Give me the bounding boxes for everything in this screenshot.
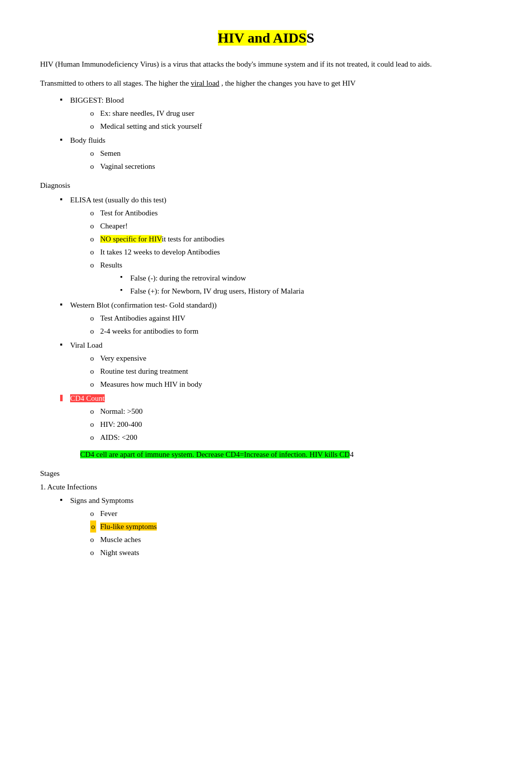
list-item-signs-symptoms: Signs and Symptoms Fever o Flu-like symp… bbox=[60, 494, 492, 559]
western-blot-label: Western Blot (confirmation test- Gold st… bbox=[70, 301, 216, 309]
list-item-12-weeks: It takes 12 weeks to develop Antibodies bbox=[90, 246, 492, 258]
list-item-false-negative: False (-): during the retroviral window bbox=[120, 272, 492, 284]
transmission-text-before: Transmitted to others to all stages. The… bbox=[40, 79, 191, 87]
list-item-muscle: Muscle aches bbox=[90, 534, 492, 546]
no-specific-highlight: NO specific for HIV bbox=[100, 235, 162, 243]
diagnosis-list: ELISA test (usually do this test) Test f… bbox=[40, 194, 492, 443]
elisa-sub-list: Test for Antibodies Cheaper! NO specific… bbox=[70, 207, 492, 297]
list-item-results: Results False (-): during the retroviral… bbox=[90, 259, 492, 297]
title-highlight: HIV and AIDS bbox=[218, 30, 307, 46]
list-item-measures: Measures how much HIV in body bbox=[90, 378, 492, 390]
cd4-sub-list: Normal: >500 HIV: 200-400 AIDS: <200 bbox=[70, 405, 492, 443]
flu-highlight: Flu-like symptoms bbox=[100, 523, 157, 531]
list-item-semen: Semen bbox=[90, 147, 492, 159]
list-item-no-specific: NO specific for HIVit tests for antibodi… bbox=[90, 233, 492, 245]
list-item-aids-range: AIDS: <200 bbox=[90, 431, 492, 443]
list-item-flu: o Flu-like symptoms bbox=[90, 520, 492, 533]
cd4-count-label: CD4 Count bbox=[70, 394, 105, 402]
list-item-cheaper: Cheaper! bbox=[90, 220, 492, 232]
stages-header: Stages bbox=[40, 469, 492, 478]
transmission-text-after: , the higher the changes you have to get… bbox=[219, 79, 356, 87]
signs-symptoms-sub-list: Fever o Flu-like symptoms Muscle aches N… bbox=[70, 507, 492, 559]
viral-load-sub-list: Very expensive Routine test during treat… bbox=[70, 352, 492, 390]
list-item-test-ab-hiv: Test Antibodies against HIV bbox=[90, 312, 492, 324]
list-item-hiv-range: HIV: 200-400 bbox=[90, 418, 492, 430]
title-suffix: S bbox=[307, 30, 315, 46]
list-item-night-sweats: Night sweats bbox=[90, 547, 492, 559]
cd4-note: CD4 cell are apart of immune system. Dec… bbox=[80, 448, 492, 460]
list-item-routine: Routine test during treatment bbox=[90, 365, 492, 377]
body-fluids-sub-list: Semen Vaginal secretions bbox=[70, 147, 492, 172]
diagnosis-header: Diagnosis bbox=[40, 181, 492, 190]
list-item-fever: Fever bbox=[90, 507, 492, 519]
blood-sub-list: Ex: share needles, IV drug user Medical … bbox=[70, 107, 492, 132]
page-title: HIV and AIDSS bbox=[40, 30, 492, 46]
list-item-needles: Ex: share needles, IV drug user bbox=[90, 107, 492, 119]
list-item-body-fluids: Body fluids Semen Vaginal secretions bbox=[60, 134, 492, 172]
stage-1-header: 1. Acute Infections bbox=[40, 483, 492, 491]
list-item-medical: Medical setting and stick yourself bbox=[90, 120, 492, 132]
list-item-viral-load: Viral Load Very expensive Routine test d… bbox=[60, 339, 492, 390]
list-item-blood-label: BIGGEST: Blood bbox=[70, 96, 124, 104]
list-item-false-positive: False (+): for Newborn, IV drug users, H… bbox=[120, 285, 492, 297]
viral-load-label: Viral Load bbox=[70, 341, 103, 349]
list-item-2-4-weeks: 2-4 weeks for antibodies to form bbox=[90, 325, 492, 337]
cd4-note-suffix: 4 bbox=[350, 450, 354, 458]
list-item-test-antibodies: Test for Antibodies bbox=[90, 207, 492, 219]
intro-paragraph-1: HIV (Human Immunodeficiency Virus) is a … bbox=[40, 58, 492, 70]
list-item-cd4-count: ■ CD4 Count Normal: >500 HIV: 200-400 AI… bbox=[60, 392, 492, 443]
transmission-paragraph: Transmitted to others to all stages. The… bbox=[40, 77, 492, 89]
list-item-body-fluids-label: Body fluids bbox=[70, 136, 105, 144]
stage-1-list: Signs and Symptoms Fever o Flu-like symp… bbox=[40, 494, 492, 559]
cd4-note-highlight: CD4 cell are apart of immune system. Dec… bbox=[80, 450, 350, 458]
results-sub-list: False (-): during the retroviral window … bbox=[100, 272, 492, 297]
list-item-vaginal: Vaginal secretions bbox=[90, 160, 492, 172]
viral-load-text: viral load bbox=[191, 79, 219, 87]
elisa-label: ELISA test (usually do this test) bbox=[70, 196, 166, 204]
list-item-normal: Normal: >500 bbox=[90, 405, 492, 417]
list-item-western-blot: Western Blot (confirmation test- Gold st… bbox=[60, 299, 492, 337]
list-item-elisa: ELISA test (usually do this test) Test f… bbox=[60, 194, 492, 297]
list-item-expensive: Very expensive bbox=[90, 352, 492, 364]
western-blot-sub-list: Test Antibodies against HIV 2-4 weeks fo… bbox=[70, 312, 492, 337]
transmission-list: BIGGEST: Blood Ex: share needles, IV dru… bbox=[40, 94, 492, 172]
list-item-blood: BIGGEST: Blood Ex: share needles, IV dru… bbox=[60, 94, 492, 132]
signs-symptoms-label: Signs and Symptoms bbox=[70, 496, 134, 504]
